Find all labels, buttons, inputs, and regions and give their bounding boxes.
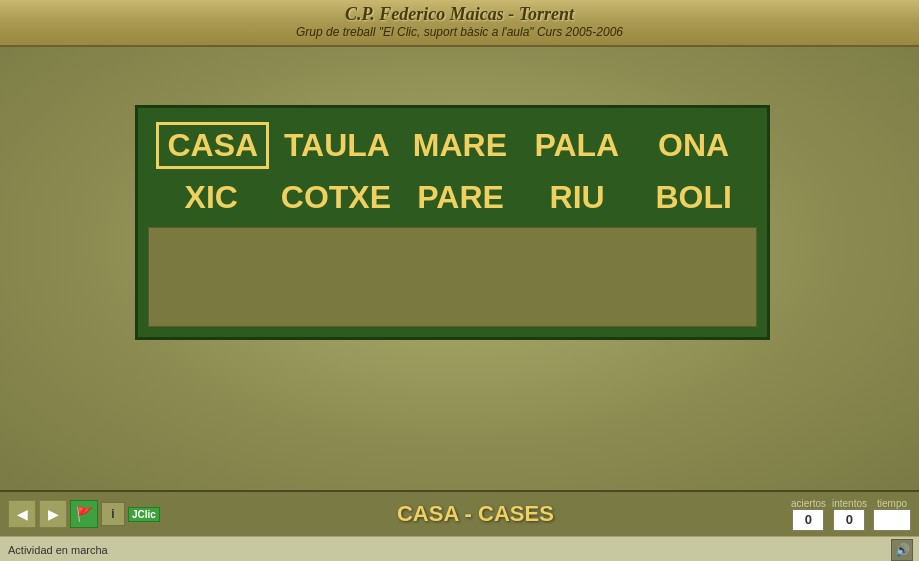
aciertos-label: aciertos: [791, 498, 826, 509]
tiempo-label: tiempo: [877, 498, 907, 509]
word-item-ona[interactable]: ONA: [639, 125, 749, 166]
word-item-cotxe[interactable]: COTXE: [273, 177, 399, 218]
word-row-2: XIC COTXE PARE RIU BOLI: [143, 173, 762, 222]
toolbar-stats: aciertos 0 intentos 0 tiempo: [791, 498, 919, 531]
status-text: Actividad en marcha: [0, 544, 108, 556]
bottom-toolbar: ◀ ▶ 🚩 i JClic CASA - CASES aciertos 0: [0, 490, 919, 561]
intentos-label: intentos: [832, 498, 867, 509]
word-grid-container: CASA TAULA MARE PALA ONA XIC COTXE PARE …: [135, 105, 770, 340]
toolbar-title: CASA - CASES: [397, 501, 554, 526]
word-item-taula[interactable]: TAULA: [276, 125, 398, 166]
jclic-logo: JClic: [128, 507, 160, 522]
intentos-value: 0: [833, 509, 865, 531]
drop-zone[interactable]: [148, 227, 757, 327]
word-item-riu[interactable]: RIU: [522, 177, 632, 218]
aciertos-value: 0: [792, 509, 824, 531]
word-row-1: CASA TAULA MARE PALA ONA: [143, 118, 762, 173]
word-item-pala[interactable]: PALA: [522, 125, 632, 166]
main-area: C.P. Federico Maicas - Torrent Grup de t…: [0, 0, 919, 490]
word-item-casa[interactable]: CASA: [156, 122, 269, 169]
header-title: C.P. Federico Maicas - Torrent: [0, 4, 919, 25]
back-icon: ◀: [17, 506, 28, 522]
header-banner: C.P. Federico Maicas - Torrent Grup de t…: [0, 0, 919, 47]
word-item-mare[interactable]: MARE: [405, 125, 515, 166]
info-button[interactable]: i: [101, 502, 125, 526]
toolbar-main: ◀ ▶ 🚩 i JClic CASA - CASES aciertos 0: [0, 492, 919, 536]
toolbar-left-icons: ◀ ▶ 🚩 i JClic: [0, 500, 160, 528]
flag-icon: 🚩: [76, 506, 93, 522]
word-item-boli[interactable]: BOLI: [639, 177, 749, 218]
stats-aciertos: aciertos 0: [791, 498, 826, 531]
stats-tiempo: tiempo: [873, 498, 911, 531]
speaker-icon: 🔊: [895, 543, 910, 557]
word-item-xic[interactable]: XIC: [156, 177, 266, 218]
header-subtitle: Grup de treball "El Clic, suport bàsic a…: [0, 25, 919, 39]
forward-icon: ▶: [48, 506, 59, 522]
stats-intentos: intentos 0: [832, 498, 867, 531]
forward-button[interactable]: ▶: [39, 500, 67, 528]
word-item-pare[interactable]: PARE: [406, 177, 516, 218]
flag-button[interactable]: 🚩: [70, 500, 98, 528]
status-right: 🔊: [891, 539, 919, 561]
tiempo-value: [873, 509, 911, 531]
toolbar-title-area: CASA - CASES: [160, 501, 791, 527]
back-button[interactable]: ◀: [8, 500, 36, 528]
word-grid-rows: CASA TAULA MARE PALA ONA XIC COTXE PARE …: [143, 118, 762, 327]
speaker-button[interactable]: 🔊: [891, 539, 913, 561]
status-bar: Actividad en marcha 🔊: [0, 536, 919, 561]
info-icon: i: [111, 507, 114, 521]
